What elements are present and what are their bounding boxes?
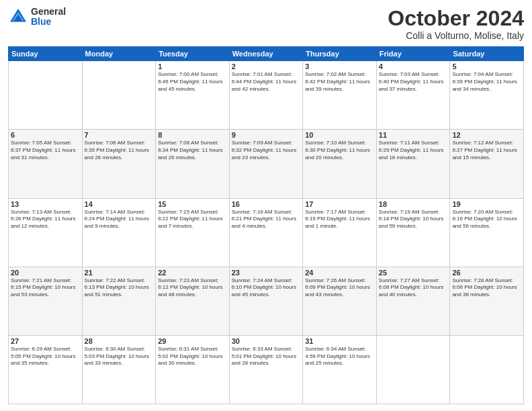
day-number: 22 [158,269,227,277]
calendar-cell: 11Sunrise: 7:11 AM Sunset: 6:29 PM Dayli… [376,130,450,198]
calendar-cell: 16Sunrise: 7:16 AM Sunset: 6:21 PM Dayli… [229,198,303,267]
calendar-cell: 15Sunrise: 7:15 AM Sunset: 6:22 PM Dayli… [156,198,230,267]
calendar-cell: 20Sunrise: 7:21 AM Sunset: 6:15 PM Dayli… [9,267,83,335]
calendar-week-1: 1Sunrise: 7:00 AM Sunset: 6:46 PM Daylig… [9,61,524,130]
calendar-cell: 6Sunrise: 7:05 AM Sunset: 6:37 PM Daylig… [9,130,83,198]
calendar-cell: 24Sunrise: 7:26 AM Sunset: 6:09 PM Dayli… [303,267,377,335]
calendar-cell: 30Sunrise: 6:33 AM Sunset: 5:01 PM Dayli… [229,335,303,404]
day-number: 17 [305,200,374,208]
day-info: Sunrise: 7:09 AM Sunset: 6:32 PM Dayligh… [232,140,301,161]
calendar-cell: 3Sunrise: 7:02 AM Sunset: 6:42 PM Daylig… [303,61,377,130]
calendar-cell: 1Sunrise: 7:00 AM Sunset: 6:46 PM Daylig… [156,61,230,130]
day-number: 24 [305,269,374,277]
page: General Blue October 2024 Colli a Voltur… [0,0,532,411]
calendar-cell [9,61,83,130]
calendar-week-3: 13Sunrise: 7:13 AM Sunset: 6:26 PM Dayli… [9,198,524,267]
weekday-header-wednesday: Wednesday [229,47,303,61]
day-number: 6 [11,131,80,139]
day-number: 25 [379,269,448,277]
calendar-week-4: 20Sunrise: 7:21 AM Sunset: 6:15 PM Dayli… [9,267,524,335]
day-info: Sunrise: 7:21 AM Sunset: 6:15 PM Dayligh… [11,277,80,299]
day-info: Sunrise: 7:20 AM Sunset: 6:16 PM Dayligh… [452,209,521,230]
day-info: Sunrise: 7:13 AM Sunset: 6:26 PM Dayligh… [11,209,80,230]
logo-general: General [31,7,66,17]
day-info: Sunrise: 7:26 AM Sunset: 6:09 PM Dayligh… [305,277,374,299]
day-number: 15 [158,200,227,208]
calendar-cell [376,335,450,404]
day-info: Sunrise: 6:30 AM Sunset: 5:03 PM Dayligh… [85,346,154,367]
day-info: Sunrise: 7:11 AM Sunset: 6:29 PM Dayligh… [379,140,448,161]
calendar-cell: 31Sunrise: 6:34 AM Sunset: 4:59 PM Dayli… [303,335,377,404]
day-info: Sunrise: 7:01 AM Sunset: 6:44 PM Dayligh… [232,71,301,93]
calendar-cell: 21Sunrise: 7:22 AM Sunset: 6:13 PM Dayli… [82,267,156,335]
day-info: Sunrise: 7:17 AM Sunset: 6:19 PM Dayligh… [305,209,374,230]
day-info: Sunrise: 7:02 AM Sunset: 6:42 PM Dayligh… [305,71,374,93]
day-info: Sunrise: 7:22 AM Sunset: 6:13 PM Dayligh… [85,277,154,299]
calendar-cell: 8Sunrise: 7:08 AM Sunset: 6:34 PM Daylig… [156,130,230,198]
day-info: Sunrise: 7:04 AM Sunset: 6:39 PM Dayligh… [452,71,521,93]
logo: General Blue [8,7,66,28]
calendar-cell: 12Sunrise: 7:12 AM Sunset: 6:27 PM Dayli… [450,130,524,198]
day-info: Sunrise: 6:33 AM Sunset: 5:01 PM Dayligh… [232,346,301,367]
day-number: 30 [232,337,301,345]
calendar-cell: 23Sunrise: 7:24 AM Sunset: 6:10 PM Dayli… [229,267,303,335]
day-info: Sunrise: 7:03 AM Sunset: 6:40 PM Dayligh… [379,71,448,93]
calendar-cell: 25Sunrise: 7:27 AM Sunset: 6:08 PM Dayli… [376,267,450,335]
day-number: 14 [85,200,154,208]
day-number: 10 [305,131,374,139]
day-info: Sunrise: 7:15 AM Sunset: 6:22 PM Dayligh… [158,209,227,230]
weekday-header-monday: Monday [82,47,156,61]
calendar-cell [82,61,156,130]
calendar-cell: 2Sunrise: 7:01 AM Sunset: 6:44 PM Daylig… [229,61,303,130]
calendar-cell: 14Sunrise: 7:14 AM Sunset: 6:24 PM Dayli… [82,198,156,267]
day-info: Sunrise: 6:29 AM Sunset: 5:05 PM Dayligh… [11,346,80,367]
calendar-cell: 18Sunrise: 7:19 AM Sunset: 6:18 PM Dayli… [376,198,450,267]
day-number: 2 [232,62,301,71]
day-info: Sunrise: 7:08 AM Sunset: 6:34 PM Dayligh… [158,140,227,161]
day-info: Sunrise: 7:27 AM Sunset: 6:08 PM Dayligh… [379,277,448,299]
calendar-week-2: 6Sunrise: 7:05 AM Sunset: 6:37 PM Daylig… [9,130,524,198]
calendar-cell: 28Sunrise: 6:30 AM Sunset: 5:03 PM Dayli… [82,335,156,404]
day-number: 28 [85,337,154,345]
day-number: 18 [379,200,448,208]
day-number: 21 [85,269,154,277]
calendar-cell: 29Sunrise: 6:31 AM Sunset: 5:02 PM Dayli… [156,335,230,404]
calendar-week-5: 27Sunrise: 6:29 AM Sunset: 5:05 PM Dayli… [9,335,524,404]
calendar-header-row: SundayMondayTuesdayWednesdayThursdayFrid… [9,47,524,61]
day-number: 31 [305,337,374,345]
day-info: Sunrise: 7:06 AM Sunset: 6:35 PM Dayligh… [85,140,154,161]
day-info: Sunrise: 7:05 AM Sunset: 6:37 PM Dayligh… [11,140,80,161]
day-number: 5 [452,62,521,71]
day-number: 12 [452,131,521,139]
day-info: Sunrise: 7:19 AM Sunset: 6:18 PM Dayligh… [379,209,448,230]
calendar-cell: 4Sunrise: 7:03 AM Sunset: 6:40 PM Daylig… [376,61,450,130]
logo-text: General Blue [31,7,66,28]
day-number: 27 [11,337,80,345]
calendar-cell: 22Sunrise: 7:23 AM Sunset: 6:12 PM Dayli… [156,267,230,335]
day-info: Sunrise: 7:23 AM Sunset: 6:12 PM Dayligh… [158,277,227,299]
day-number: 19 [452,200,521,208]
day-number: 16 [232,200,301,208]
day-number: 9 [232,131,301,139]
calendar-cell: 17Sunrise: 7:17 AM Sunset: 6:19 PM Dayli… [303,198,377,267]
header: General Blue October 2024 Colli a Voltur… [8,7,524,41]
day-info: Sunrise: 7:10 AM Sunset: 6:30 PM Dayligh… [305,140,374,161]
day-number: 7 [85,131,154,139]
day-number: 11 [379,131,448,139]
weekday-header-friday: Friday [376,47,450,61]
calendar-cell [450,335,524,404]
calendar-cell: 9Sunrise: 7:09 AM Sunset: 6:32 PM Daylig… [229,130,303,198]
calendar-cell: 27Sunrise: 6:29 AM Sunset: 5:05 PM Dayli… [9,335,83,404]
calendar-cell: 13Sunrise: 7:13 AM Sunset: 6:26 PM Dayli… [9,198,83,267]
day-info: Sunrise: 6:34 AM Sunset: 4:59 PM Dayligh… [305,346,374,367]
day-info: Sunrise: 6:31 AM Sunset: 5:02 PM Dayligh… [158,346,227,367]
day-number: 26 [452,269,521,277]
calendar-cell: 19Sunrise: 7:20 AM Sunset: 6:16 PM Dayli… [450,198,524,267]
calendar-cell: 10Sunrise: 7:10 AM Sunset: 6:30 PM Dayli… [303,130,377,198]
day-number: 1 [158,62,227,71]
calendar-table: SundayMondayTuesdayWednesdayThursdayFrid… [8,46,524,404]
day-info: Sunrise: 7:00 AM Sunset: 6:46 PM Dayligh… [158,71,227,93]
calendar-cell: 5Sunrise: 7:04 AM Sunset: 6:39 PM Daylig… [450,61,524,130]
day-info: Sunrise: 7:16 AM Sunset: 6:21 PM Dayligh… [232,209,301,230]
day-info: Sunrise: 7:12 AM Sunset: 6:27 PM Dayligh… [452,140,521,161]
